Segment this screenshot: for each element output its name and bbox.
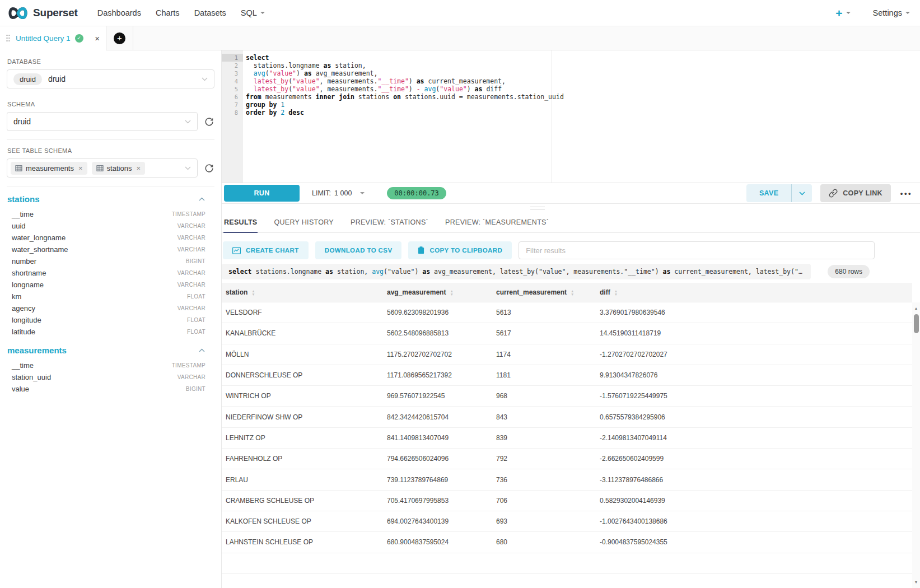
results-scrollbar[interactable]: ▲ ▼ [912, 302, 920, 588]
table-cell: -0.9004837595024355 [596, 538, 912, 546]
table-cell: 1174 [492, 351, 596, 358]
sort-icon[interactable]: ▲▼ [251, 290, 255, 296]
nav-item-datasets[interactable]: Datasets [187, 0, 233, 26]
superset-logo-icon [8, 7, 28, 20]
table-row[interactable]: FAHRENHOLZ OP794.6626506024096792-2.6626… [222, 449, 912, 469]
column-header[interactable]: avg_measurement▲▼ [383, 283, 492, 302]
query-success-icon: ✓ [75, 34, 83, 43]
nav-item-dashboards[interactable]: Dashboards [90, 0, 148, 26]
new-item-button[interactable]: + [835, 7, 850, 19]
table-section-header[interactable]: stations [7, 194, 214, 204]
table-cell: MÖLLN [222, 351, 383, 358]
table-row[interactable]: ERLAU739.1123789764869736-3.112378976486… [222, 469, 912, 490]
chevron-down-icon [185, 120, 191, 124]
table-row[interactable]: VELSDORF5609.62309820193656133.376901798… [222, 302, 912, 323]
column-name: number [12, 257, 36, 265]
table-cell: 969.576071922545 [383, 392, 492, 400]
table-row[interactable]: LEHNITZ OP841.1409813407049839-2.1409813… [222, 428, 912, 449]
column-name: water_shortname [12, 245, 68, 254]
table-chip-label: stations [107, 164, 132, 172]
column-type: VARCHAR [178, 246, 206, 253]
results-tab-bar: RESULTSQUERY HISTORYPREVIEW: `STATIONS`P… [222, 212, 920, 233]
schema-group: SCHEMA druid [7, 101, 214, 131]
scrollbar-thumb[interactable] [914, 314, 919, 333]
row-count-badge: 680 rows [828, 265, 870, 278]
column-header[interactable]: station▲▼ [222, 283, 383, 302]
refresh-schemas-icon[interactable] [204, 116, 214, 127]
database-group: DATABASE druid druid [7, 58, 214, 88]
table-chip[interactable]: stations× [92, 162, 145, 175]
editor-code-area[interactable]: select stations.longname as station, avg… [243, 50, 920, 183]
pane-splitter[interactable] [222, 204, 920, 212]
table-row[interactable]: MÖLLN1175.27027027027021174-1.2702702702… [222, 344, 912, 365]
remove-table-icon[interactable]: × [136, 164, 141, 172]
column-type: FLOAT [187, 293, 206, 300]
collapse-icon[interactable] [199, 197, 205, 201]
scroll-up-icon[interactable]: ▲ [914, 306, 918, 310]
code-line: order by 2 desc [246, 109, 920, 116]
remove-table-icon[interactable]: × [78, 164, 83, 172]
limit-dropdown[interactable]: LIMIT: 1 000 [312, 189, 365, 197]
table-row[interactable]: NIEDERFINOW SHW OP842.34244206157048430.… [222, 407, 912, 427]
table-section-header[interactable]: measurements [7, 346, 214, 355]
table-row[interactable]: KANALBRÜCKE5602.548096885813561714.45190… [222, 323, 912, 344]
column-header-label: current_measurement [496, 288, 567, 296]
sort-icon[interactable]: ▲▼ [450, 290, 453, 296]
column-type: VARCHAR [178, 282, 206, 288]
more-actions-button[interactable]: ••• [900, 189, 912, 198]
create-chart-button[interactable]: CREATE CHART [223, 241, 309, 259]
sql-editor[interactable]: 12345678 select stations.longname as sta… [222, 50, 920, 183]
table-select[interactable]: measurements×stations× [7, 158, 198, 178]
table-chip[interactable]: measurements× [11, 162, 87, 175]
table-cell: 0.6575579384295906 [596, 413, 912, 421]
results-tab[interactable]: QUERY HISTORY [274, 212, 334, 232]
editor-toolbar: RUN LIMIT: 1 000 00:00:00.73 SAVE [222, 183, 920, 204]
column-header[interactable]: current_measurement▲▼ [492, 283, 596, 302]
download-csv-button[interactable]: DOWNLOAD TO CSV [315, 241, 402, 259]
table-row[interactable]: CRAMBERG SCHLEUSE OP705.4170697995853706… [222, 491, 912, 511]
table-row[interactable]: WINTRICH OP969.576071922545968-1.5760719… [222, 386, 912, 407]
sort-icon[interactable]: ▲▼ [614, 290, 618, 296]
query-tab[interactable]: Untitled Query 1 ✓ × [0, 26, 106, 50]
code-line: select [246, 54, 920, 62]
schema-select[interactable]: druid [7, 112, 198, 131]
scroll-down-icon[interactable]: ▼ [914, 580, 918, 584]
filter-results-input[interactable] [519, 241, 875, 259]
table-cell: 680 [492, 538, 596, 546]
results-tab[interactable]: RESULTS [223, 212, 258, 232]
refresh-tables-icon[interactable] [204, 163, 214, 174]
save-button[interactable]: SAVE [746, 184, 791, 202]
main-menu: DashboardsChartsDatasetsSQL [90, 0, 272, 26]
table-row[interactable]: DONNERSCHLEUSE OP1171.086956521739211819… [222, 365, 912, 386]
run-button[interactable]: RUN [224, 185, 300, 202]
nav-item-charts[interactable]: Charts [148, 0, 187, 26]
executed-query-preview[interactable]: select stations.longname as station, avg… [222, 264, 811, 279]
superset-logo[interactable]: Superset [8, 7, 78, 20]
close-tab-icon[interactable]: × [95, 34, 100, 43]
column-name: km [12, 292, 21, 301]
chevron-down-icon [905, 12, 910, 16]
table-cell: 705.4170697995853 [383, 497, 492, 505]
copy-link-button[interactable]: COPY LINK [820, 184, 891, 202]
table-schema-section: stations__timeTIMESTAMPuuidVARCHARwater_… [7, 194, 214, 338]
save-menu-button[interactable] [792, 184, 812, 202]
drag-handle-icon[interactable] [6, 35, 10, 42]
collapse-icon[interactable] [199, 348, 205, 352]
table-icon [15, 165, 22, 171]
sort-icon[interactable]: ▲▼ [571, 290, 574, 296]
line-number: 8 [222, 109, 243, 116]
results-tab[interactable]: PREVIEW: `STATIONS` [351, 212, 428, 232]
table-cell: ERLAU [222, 476, 383, 484]
divider [7, 186, 214, 186]
table-schema-group: SEE TABLE SCHEMA measurements×stations× [7, 147, 214, 178]
settings-menu[interactable]: Settings [873, 8, 910, 17]
table-row[interactable]: LAHNSTEIN SCHLEUSE OP680.900483759502468… [222, 532, 912, 553]
copy-to-clipboard-button[interactable]: COPY TO CLIPBOARD [408, 241, 512, 259]
nav-item-sql[interactable]: SQL [233, 0, 272, 26]
new-tab-button[interactable]: + [106, 26, 133, 50]
results-tab[interactable]: PREVIEW: `MEASUREMENTS` [445, 212, 549, 232]
column-header[interactable]: diff▲▼ [596, 283, 912, 302]
schema-column-row: __timeTIMESTAMP [7, 360, 214, 371]
table-row[interactable]: KALKOFEN SCHLEUSE OP694.0027643400139693… [222, 511, 912, 532]
database-select[interactable]: druid druid [7, 69, 214, 88]
